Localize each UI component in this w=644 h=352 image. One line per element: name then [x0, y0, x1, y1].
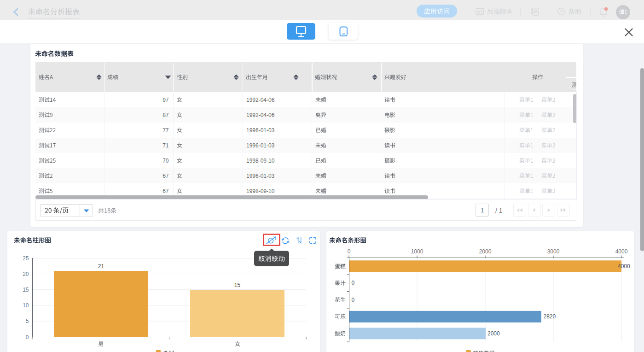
svg-text:?: ?	[560, 9, 563, 14]
